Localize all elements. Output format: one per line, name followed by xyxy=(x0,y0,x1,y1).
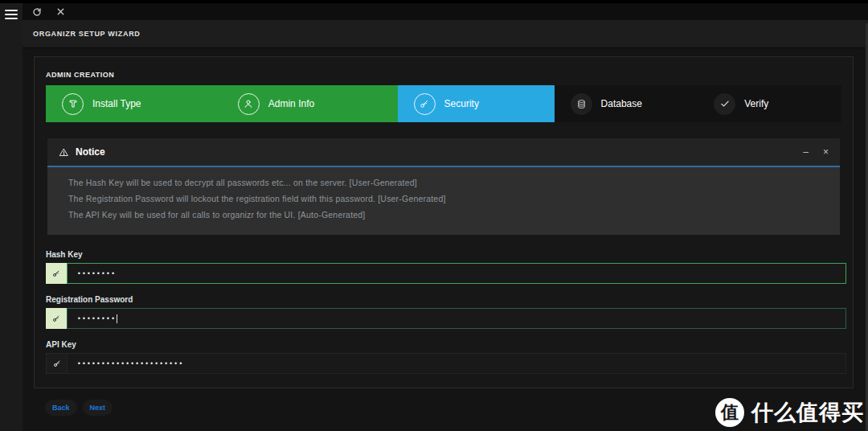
key-icon xyxy=(46,308,67,329)
next-button[interactable]: Next xyxy=(83,400,113,416)
step-verify[interactable]: Verify xyxy=(698,85,841,122)
step-label: Install Type xyxy=(92,98,141,109)
step-label: Database xyxy=(601,98,642,109)
notice-line: The Registration Password will lockout t… xyxy=(68,194,832,203)
api-key-input[interactable]: •••••••••••••••••••••• xyxy=(67,353,846,374)
notice-panel: Notice – × The Hash Key will be used to … xyxy=(47,138,840,235)
menu-icon[interactable] xyxy=(5,10,18,19)
api-key-label: API Key xyxy=(46,340,846,349)
close-icon[interactable] xyxy=(55,6,66,18)
refresh-icon[interactable] xyxy=(31,6,43,18)
close-icon[interactable]: × xyxy=(823,147,829,157)
main-area: ORGANIZR SETUP WIZARD ADMIN CREATION Ins… xyxy=(23,3,868,431)
key-icon xyxy=(414,93,436,115)
registration-password-field: Registration Password •••••••• xyxy=(46,295,846,329)
step-label: Admin Info xyxy=(268,98,314,109)
notice-title: Notice xyxy=(76,146,105,158)
check-icon xyxy=(714,93,735,115)
step-label: Security xyxy=(444,98,479,109)
notice-body: The Hash Key will be used to decrypt all… xyxy=(47,167,840,235)
key-icon xyxy=(46,263,67,284)
masked-value: •••••••• xyxy=(77,315,116,322)
notice-header: Notice – × xyxy=(47,138,840,167)
notice-line: The Hash Key will be used to decrypt all… xyxy=(68,178,832,187)
tab-toolbar xyxy=(23,3,868,20)
wizard-stepper: Install Type Admin Info xyxy=(46,85,841,122)
watermark: 值 什么值得买 xyxy=(715,398,864,427)
back-button[interactable]: Back xyxy=(45,400,77,416)
watermark-logo: 值 xyxy=(715,398,744,427)
wizard-actions: Back Next xyxy=(45,400,113,416)
hash-key-label: Hash Key xyxy=(46,250,846,259)
step-label: Verify xyxy=(744,98,768,109)
wrench-icon xyxy=(62,93,84,115)
security-form: Hash Key •••••••• Registration P xyxy=(46,250,846,374)
key-icon xyxy=(46,353,67,374)
step-install-type[interactable]: Install Type xyxy=(46,85,222,122)
page-title: ORGANIZR SETUP WIZARD xyxy=(33,30,141,38)
step-security[interactable]: Security xyxy=(398,85,555,122)
warning-icon xyxy=(59,147,69,158)
section-title: ADMIN CREATION xyxy=(46,71,853,79)
masked-value: •••••••••••••••••••••• xyxy=(77,360,183,367)
notice-actions: – × xyxy=(803,147,829,157)
wizard-header: ORGANIZR SETUP WIZARD xyxy=(23,20,868,48)
api-key-field: API Key •••••••••••••••••••••• xyxy=(46,340,846,374)
masked-value: •••••••• xyxy=(77,270,116,277)
step-admin-info[interactable]: Admin Info xyxy=(222,85,398,122)
sidebar xyxy=(0,3,23,431)
step-database[interactable]: Database xyxy=(555,85,698,122)
wizard-panel: ADMIN CREATION Install Type Admin Info xyxy=(34,56,854,388)
registration-password-label: Registration Password xyxy=(46,295,846,304)
watermark-text: 什么值得买 xyxy=(751,398,864,427)
hash-key-field: Hash Key •••••••• xyxy=(46,250,846,284)
text-cursor xyxy=(117,314,117,323)
notice-line: The API Key will be used for all calls t… xyxy=(68,210,832,220)
hash-key-input[interactable]: •••••••• xyxy=(67,263,846,284)
minimize-icon[interactable]: – xyxy=(803,147,809,157)
registration-password-input[interactable]: •••••••• xyxy=(67,308,846,329)
database-icon xyxy=(571,93,592,115)
person-icon xyxy=(238,93,260,115)
